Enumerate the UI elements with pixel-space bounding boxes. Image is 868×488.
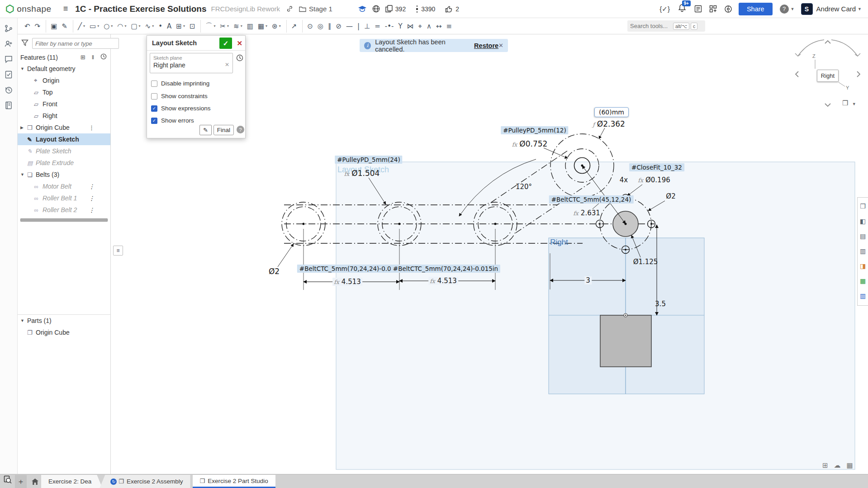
printer-icon[interactable]: ⊞ (822, 461, 828, 469)
line-tool-icon[interactable]: ╱▾ (73, 20, 87, 33)
linear-pattern-icon[interactable]: ▦▾ (256, 20, 269, 33)
graphics-canvas[interactable]: Layout Sketch Right (60)mmƒØ2.362#Pulley… (0, 0, 868, 488)
document-title[interactable]: 1C - Practice Exercise Solutions (75, 4, 206, 14)
expression-label[interactable]: #CloseFit_10_32 (629, 163, 684, 171)
comments-icon[interactable] (2, 52, 15, 66)
tree-item-motor-belt[interactable]: ∞Motor Belt⋮ (18, 180, 110, 192)
dimension-label[interactable]: fx4.513 (332, 278, 362, 286)
sketch-plane-field[interactable]: Sketch plane Right plane✕ (150, 53, 233, 73)
close-icon[interactable]: ✕ (498, 42, 503, 49)
point-tool-icon[interactable]: • (157, 20, 164, 33)
add-tab-button[interactable]: ＋ (15, 475, 27, 488)
drawing-panel-icon[interactable]: ▤ (858, 228, 868, 243)
redo-icon[interactable]: ↷ (33, 20, 43, 33)
expression-label[interactable]: #PulleyPD_5mm(12) (501, 126, 568, 134)
appearance-panel-icon[interactable]: ◨ (858, 258, 868, 273)
restore-link[interactable]: Restore (474, 42, 498, 49)
copies-icon[interactable] (385, 5, 393, 13)
tree-group-belts[interactable]: ▼❏Belts (3) (18, 169, 110, 180)
normal-constraint-icon[interactable]: ∧ (425, 20, 433, 33)
dimension-label[interactable]: Ø1.125 (633, 258, 658, 266)
expression-label[interactable]: #BeltCTC_5mm(70,24,24)-0.015in (297, 265, 407, 273)
tab-exercise-2-design[interactable]: Exercise 2: Dea (41, 475, 102, 488)
tree-item-front-plane[interactable]: ▱Front (18, 98, 110, 110)
spline-tool-icon[interactable]: ∿▾ (143, 20, 156, 33)
measure-tool-icon[interactable]: ▥ (245, 20, 255, 33)
notifications-bell-icon[interactable]: 9+ (678, 4, 686, 14)
spreadsheet-panel-icon[interactable]: ▦ (858, 273, 868, 288)
expression-label[interactable]: #PulleyPD_5mm(24) (335, 156, 402, 164)
tree-item-roller-belt-1[interactable]: ∞Roller Belt 1⋮ (18, 192, 110, 204)
new-folder-icon[interactable]: ⊞ (81, 54, 85, 61)
dimension-label[interactable]: fxØ0.752 (512, 139, 548, 148)
dimension-driven[interactable]: ƒØ2.362 (593, 119, 625, 128)
tasks-icon[interactable] (2, 68, 15, 81)
config-panel-icon[interactable]: ▥ (858, 243, 868, 258)
rollback-bar[interactable] (20, 218, 108, 222)
filter-icon[interactable] (21, 39, 28, 47)
dimension-label[interactable]: Ø2 (269, 267, 280, 276)
section-panel-icon[interactable]: ◧ (858, 213, 868, 228)
fillet-tool-icon[interactable]: ⌒▾ (200, 20, 217, 33)
drag-dots-icon[interactable]: ⋮ (89, 195, 94, 202)
checkbox-show-constraints[interactable]: Show constraints (151, 93, 208, 99)
chevron-down-icon[interactable]: ▼ (20, 66, 27, 71)
tree-group-default-geometry[interactable]: ▼Default geometry (18, 63, 110, 75)
public-globe-icon[interactable] (372, 5, 380, 13)
count-label[interactable]: 4x (620, 176, 628, 184)
tab-exercise-2-part-studio[interactable]: ❒Exercise 2 Part Studio (193, 475, 275, 488)
tree-item-origin[interactable]: ⌖Origin (18, 75, 110, 86)
main-menu-icon[interactable]: ≡ (63, 4, 68, 14)
dimension-tool-icon[interactable]: ↔ (434, 20, 444, 33)
sketch-button-icon[interactable]: ▣ (46, 20, 59, 33)
parallel-constraint-icon[interactable]: ∥ (326, 20, 333, 33)
help-icon[interactable]: ? (780, 5, 789, 14)
circle-tool-icon[interactable]: ○▾ (102, 20, 114, 33)
chevron-down-icon[interactable]: ▼ (20, 318, 27, 323)
dimension-label[interactable]: 3.5 (655, 300, 666, 308)
sketch-toggle-button[interactable]: ✎ (199, 125, 212, 135)
render-grid-icon[interactable]: ▦ (847, 461, 853, 469)
workspace-label[interactable]: Stage 1 (309, 5, 332, 13)
dimension-label[interactable]: fxØ1.504 (344, 169, 380, 178)
onshape-logo-text[interactable]: onshape (17, 4, 51, 14)
thumbs-up-icon[interactable] (445, 5, 453, 13)
drag-dots-icon[interactable]: ⋮ (89, 183, 94, 190)
drag-dots-icon[interactable]: ⋮ (89, 207, 94, 213)
fix-constraint-icon[interactable]: ⌖ (417, 20, 424, 33)
expression-label[interactable]: #BeltCTC_5mm(45,12,24) (549, 195, 634, 204)
tree-item-origin-cube[interactable]: ▶❒Origin Cube⋮ (18, 122, 110, 133)
follow-icon[interactable] (2, 37, 15, 51)
dimension-label[interactable]: fx4.513 (428, 277, 458, 285)
dimension-label[interactable]: fxØ0.196 (638, 176, 670, 184)
user-name[interactable]: Andrew Card (816, 5, 856, 13)
onshape-logo-icon[interactable]: ⬡ (5, 3, 14, 15)
chevron-down-icon[interactable]: ▼ (20, 172, 27, 177)
slot-tool-icon[interactable]: ▢▾ (129, 20, 142, 33)
concentric-constraint-icon[interactable]: ◎ (316, 20, 325, 33)
drag-dots-icon[interactable]: ⋮ (89, 124, 94, 131)
dimension-label[interactable]: fx2.631 (573, 209, 600, 217)
expression-label[interactable]: #BeltCTC_5mm(70,24,24)-0.015in (391, 265, 500, 273)
horizontal-constraint-icon[interactable]: — (344, 20, 355, 33)
cancel-x-button[interactable]: ✕ (237, 39, 242, 47)
chevron-right-icon[interactable]: ▶ (20, 125, 27, 130)
clear-selection-icon[interactable]: ✕ (225, 62, 229, 69)
tree-item-layout-sketch[interactable]: ✎Layout Sketch (18, 133, 110, 145)
tree-item-plate-sketch[interactable]: ✎Plate Sketch (18, 145, 110, 157)
notes-icon[interactable] (2, 99, 15, 112)
share-button[interactable]: Share (739, 3, 773, 15)
symmetric-constraint-icon[interactable]: ⋈ (405, 20, 416, 33)
equal-constraint-icon[interactable]: = (373, 20, 382, 33)
checkbox-icon[interactable] (151, 93, 157, 99)
checkbox-checked-icon[interactable]: ✓ (151, 105, 157, 112)
arc-tool-icon[interactable]: ◠▾ (115, 20, 128, 33)
checklist-icon[interactable] (694, 5, 702, 13)
tree-outline-button[interactable]: ≡ (113, 246, 123, 256)
apps-icon[interactable] (709, 5, 717, 13)
rollback-clock-icon[interactable] (100, 53, 107, 61)
avatar[interactable]: S (801, 3, 813, 15)
suppress-icon[interactable]: ‖ (92, 54, 94, 61)
pierce-constraint-icon[interactable]: Y (396, 20, 404, 33)
hatch-icon[interactable]: ≡ (445, 20, 454, 33)
